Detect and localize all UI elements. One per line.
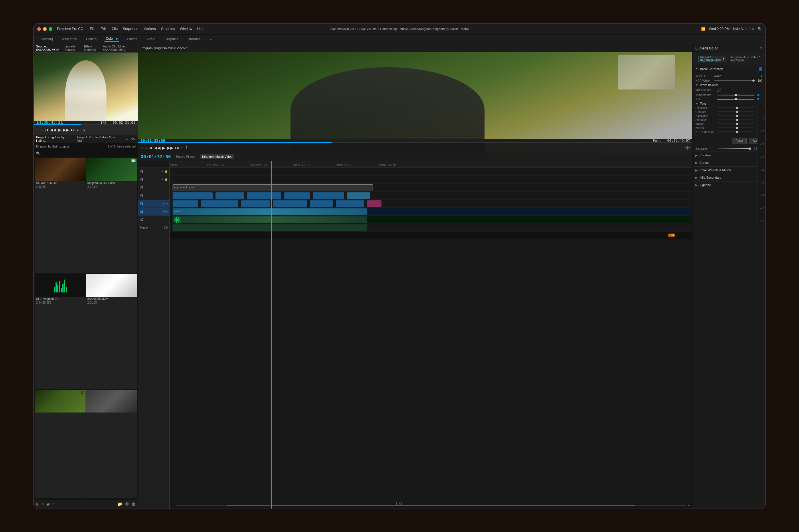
panel-menu-icon[interactable]: ≡: [126, 136, 128, 141]
creative-section[interactable]: ▶ Creative ✓: [692, 152, 765, 159]
media-item-6[interactable]: [86, 390, 137, 498]
new-bin-icon[interactable]: 📁: [117, 502, 122, 506]
media-item-3[interactable]: 01 1 Kingdom (D... 2:44:28:656: [35, 274, 86, 389]
track-a1-solo[interactable]: S: [166, 210, 168, 213]
source-play[interactable]: ▶: [58, 128, 61, 132]
freeform-view-icon[interactable]: ◉: [47, 502, 50, 506]
wb-eyedropper[interactable]: 🖊: [717, 88, 721, 92]
color-wheels-section[interactable]: ▶ Color Wheels & Match ✓: [692, 167, 765, 174]
menu-help[interactable]: Help: [197, 27, 204, 31]
zoom-out-icon[interactable]: −: [172, 504, 174, 508]
menu-markers[interactable]: Markers: [143, 27, 156, 31]
media-item-5[interactable]: D: [35, 390, 86, 498]
fullscreen-button[interactable]: [49, 27, 52, 31]
close-button[interactable]: [37, 27, 41, 31]
clip-v5-3[interactable]: [241, 201, 270, 207]
search-icon[interactable]: 🔍: [758, 27, 762, 31]
menu-clip[interactable]: Clip: [112, 27, 117, 31]
clip-v5-5[interactable]: [310, 201, 333, 207]
timeline-tab-purple[interactable]: Purple Pistols: [174, 154, 197, 159]
timeline-scroll-track[interactable]: [176, 505, 686, 506]
project-title-1[interactable]: Project: Kingdom by Halim1: [36, 135, 75, 142]
track-v8-lock[interactable]: 🔒: [165, 178, 168, 181]
playhead[interactable]: [271, 161, 272, 509]
list-view-icon[interactable]: ≡: [42, 502, 44, 506]
prog-extract[interactable]: ⇑: [185, 146, 188, 150]
temperature-slider[interactable]: [717, 95, 755, 95]
menu-file[interactable]: File: [90, 27, 95, 31]
input-lut-dropdown[interactable]: ▾: [761, 74, 762, 78]
hsl-secondary-section[interactable]: ▶ HSL Secondary ✓: [692, 174, 765, 182]
clip-v6-1[interactable]: [172, 192, 213, 199]
source-tab-effects[interactable]: Effect Controls: [84, 44, 98, 52]
clip-v5-1[interactable]: [172, 201, 198, 207]
menu-graphics[interactable]: Graphics: [161, 27, 175, 31]
tab-effects[interactable]: Effects: [126, 37, 138, 41]
clip-a1-main[interactable]: [172, 216, 367, 223]
source-step-fwd[interactable]: ▶▶: [63, 128, 69, 132]
curves-section[interactable]: ▶ Curves ✓: [692, 159, 765, 167]
source-tab-main[interactable]: Source: 8A6A8986.MOV: [36, 44, 60, 52]
new-item-icon[interactable]: ➕: [125, 502, 129, 506]
shadows-slider[interactable]: [718, 119, 754, 120]
clip-adjustment-layer[interactable]: Adjustment Layer: [172, 184, 373, 191]
tab-more[interactable]: »: [208, 37, 213, 41]
track-a1-mute[interactable]: M: [163, 210, 165, 213]
source-tab-audio[interactable]: Audio Clip Mixer: 8A6A8986.MOV: [103, 44, 135, 52]
zoom-in-icon[interactable]: +: [688, 504, 690, 508]
tint-slider[interactable]: [717, 99, 755, 100]
source-mark-in[interactable]: ⬦: [36, 128, 39, 132]
blacks-slider[interactable]: [718, 128, 754, 128]
media-item-1[interactable]: 8A6A0970.MOV 2:32:05: [35, 158, 86, 273]
clip-v6-2[interactable]: [216, 192, 244, 199]
clip-v6-6[interactable]: [347, 192, 370, 199]
menu-window[interactable]: Window: [180, 27, 192, 31]
media-item-4[interactable]: 8A6A8986.MOV 2:31:05: [86, 274, 137, 389]
source-tab-scopes[interactable]: Lumetri Scopes: [65, 44, 79, 52]
track-v9-lock[interactable]: 🔒: [165, 170, 168, 173]
prog-step-back[interactable]: ◀◀: [154, 146, 161, 150]
tab-graphics[interactable]: Graphics: [163, 37, 179, 41]
media-item-2[interactable]: ⬜ Kingdom Music Video 3:21:14: [86, 158, 137, 273]
source-prev-edit[interactable]: ⏮: [44, 128, 48, 132]
clip-v5-6[interactable]: [336, 201, 364, 207]
hdr-specular-slider[interactable]: [718, 132, 754, 132]
clip-v5-2[interactable]: [201, 201, 238, 207]
exposure-slider[interactable]: [718, 108, 754, 108]
prog-prev-edit[interactable]: ⏮: [148, 146, 152, 150]
contrast-slider[interactable]: [718, 112, 754, 112]
clip-v6-4[interactable]: [284, 192, 310, 199]
saturation-slider[interactable]: [717, 148, 751, 149]
basic-correction-checkbox[interactable]: ✓: [759, 67, 762, 71]
prog-play[interactable]: ▶: [162, 146, 165, 150]
timeline-tab-kingdom[interactable]: Kingdom Music Video: [200, 154, 234, 159]
grid-view-icon[interactable]: ⊞: [36, 502, 39, 506]
project-search-input[interactable]: [41, 152, 135, 155]
clip-v1-main[interactable]: 8A6A...: [172, 208, 367, 215]
timeline-tracks-area[interactable]: 00:00 00:00:29:23 00:00:59:22 00:01:29:2…: [170, 161, 692, 509]
tab-audio[interactable]: Audio: [145, 37, 157, 41]
delete-icon[interactable]: 🗑: [132, 502, 135, 506]
track-v9-eye[interactable]: 👁: [161, 170, 164, 173]
prog-add-marker[interactable]: ➕: [685, 146, 690, 150]
tab-learning[interactable]: Learning: [38, 37, 54, 41]
prog-step-fwd[interactable]: ▶▶: [167, 146, 174, 150]
source-mark-out[interactable]: ⬦: [40, 128, 43, 132]
source-overwrite[interactable]: ↘: [82, 128, 85, 132]
whites-slider[interactable]: [718, 124, 754, 125]
tab-libraries[interactable]: Libraries: [186, 37, 202, 41]
track-v8-eye[interactable]: 👁: [161, 178, 164, 181]
tab-editing[interactable]: Editing: [85, 37, 98, 41]
hdr-white-slider[interactable]: [714, 80, 755, 81]
clip-v5-4[interactable]: [273, 201, 307, 207]
menu-edit[interactable]: Edit: [101, 27, 107, 31]
reset-button[interactable]: Reset: [732, 138, 747, 144]
sort-icon[interactable]: ↕: [52, 502, 54, 506]
vignette-section[interactable]: ▶ Vignette ✓: [692, 182, 765, 189]
source-next-edit[interactable]: ⏭: [71, 128, 75, 132]
prog-mark-in[interactable]: ⬦: [141, 146, 143, 150]
lumetri-menu-icon[interactable]: ≡: [760, 46, 762, 51]
prog-mark-out[interactable]: ⬦: [145, 146, 147, 150]
project-title-2[interactable]: Project: Purple Pistols Music Vid: [77, 135, 123, 142]
menu-sequence[interactable]: Sequence: [123, 27, 138, 31]
